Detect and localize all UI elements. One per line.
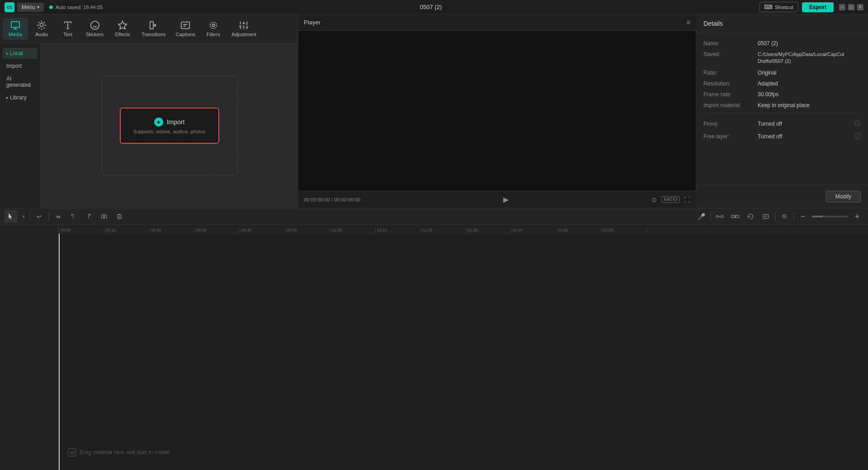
player-header: Player ≡	[298, 14, 696, 31]
cursor-icon	[8, 213, 14, 220]
trim-start-icon	[70, 213, 76, 220]
playhead	[59, 234, 60, 470]
sidebar-item-local[interactable]: ▸ Local	[3, 48, 38, 59]
tl-separator-4	[775, 212, 775, 221]
transitions-label: Transitions	[142, 32, 165, 37]
toolbar-item-filters[interactable]: Filters	[201, 18, 226, 40]
audio-link-btn[interactable]	[713, 210, 726, 223]
library-label: Library	[10, 94, 27, 101]
zoom-slider[interactable]	[812, 216, 848, 217]
close-button[interactable]: ×	[857, 4, 863, 10]
import-button[interactable]: + Import Supports: videos, audios, photo…	[120, 108, 219, 144]
cursor-dropdown-btn[interactable]: ▾	[20, 210, 27, 223]
captions-label: Captions	[176, 32, 195, 37]
video-link-btn[interactable]	[729, 210, 741, 223]
trim-end-btn[interactable]	[82, 210, 95, 223]
details-divider	[703, 113, 861, 113]
shortcut-button[interactable]: ⌨ Shortcut	[759, 2, 798, 12]
svg-point-15	[210, 22, 217, 29]
title-bar: CC Menu ▾ Auto saved: 18:44:05 0507 (2) …	[0, 0, 868, 14]
filters-icon	[208, 20, 218, 30]
mic-btn[interactable]: 🎤	[695, 210, 708, 223]
modify-button[interactable]: Modify	[826, 191, 861, 202]
split-btn[interactable]	[98, 210, 110, 223]
ai-generated-label: AI generated	[6, 75, 34, 88]
auto-saved-dot	[49, 5, 53, 9]
menu-arrow-icon: ▾	[37, 5, 39, 9]
menu-button[interactable]: Menu ▾	[17, 3, 44, 12]
ruler-mark-1: 00:10	[104, 228, 149, 233]
drop-zone-outer: + Import Supports: videos, audios, photo…	[102, 76, 237, 175]
ruler-mark-2: 00:20	[149, 228, 194, 233]
toolbar-item-stickers[interactable]: Stickers	[81, 18, 108, 40]
toolbar-item-effects[interactable]: Effects	[109, 18, 136, 40]
player-play-button[interactable]: ▶	[503, 195, 509, 204]
svg-rect-30	[716, 216, 719, 217]
toolbar-item-transitions[interactable]: Transitions	[137, 18, 170, 40]
timeline-scroll-area[interactable]: 00:00 00:10 00:20 00:30 00:40 00:50 01:0…	[59, 225, 868, 470]
player-section: Player ≡ 00:00:00:00 / 00:00:00:00 ▶ ⊙ R…	[298, 14, 696, 208]
ratio-label[interactable]: RATIO	[661, 196, 679, 203]
detail-label-ratio: Ratio:	[703, 70, 758, 76]
detail-label-proxy: Proxy:	[703, 121, 758, 127]
media-icon	[10, 20, 20, 30]
player-title: Player	[304, 19, 321, 26]
sidebar-local-label: Local	[10, 50, 23, 56]
fullscreen-icon[interactable]: ⛶	[684, 196, 690, 203]
maximize-button[interactable]: □	[848, 4, 854, 10]
zoom-out-btn[interactable]: −	[797, 210, 809, 223]
ruler-mark-12: 02:00	[601, 228, 646, 233]
captions-tl-btn[interactable]	[760, 210, 772, 223]
transitions-icon	[149, 20, 159, 30]
rewind-start-btn[interactable]: ⏮	[52, 210, 64, 223]
zoom-in-btn[interactable]: +	[851, 210, 863, 223]
media-drop-area: + Import Supports: videos, audios, photo…	[41, 43, 298, 208]
minimize-button[interactable]: −	[839, 4, 845, 10]
detail-value-free-layer: Turned off	[758, 133, 854, 140]
player-menu-icon[interactable]: ≡	[686, 19, 690, 27]
free-layer-info-icon[interactable]: ⓘ	[854, 132, 861, 141]
sidebar-item-ai-generated[interactable]: AI generated	[3, 73, 38, 90]
detail-label-import-material: Import material:	[703, 102, 758, 108]
import-plus-icon: +	[154, 118, 163, 127]
svg-point-14	[212, 24, 215, 27]
import-sub-text: Supports: videos, audios, photos	[133, 129, 206, 134]
player-canvas	[298, 31, 696, 191]
loop-btn[interactable]	[744, 210, 757, 223]
stickers-icon	[90, 20, 100, 30]
export-button[interactable]: Export	[802, 2, 834, 12]
left-section: Media Audio Text	[0, 14, 298, 208]
delete-btn[interactable]	[113, 210, 126, 223]
trim-start-btn[interactable]	[67, 210, 80, 223]
auto-saved-text: Auto saved: 18:44:05	[56, 5, 103, 10]
auto-saved-indicator: Auto saved: 18:44:05	[49, 5, 103, 10]
toolbar-item-captions[interactable]: Captions	[171, 18, 200, 40]
ruler-mark-8: 01:20	[420, 228, 466, 233]
cursor-tool-btn[interactable]	[5, 210, 17, 223]
proxy-info-icon[interactable]: ⓘ	[854, 120, 861, 128]
project-title: 0507 (2)	[103, 4, 759, 10]
timeline-body: 00:00 00:10 00:20 00:30 00:40 00:50 01:0…	[0, 225, 868, 470]
details-content: Name: 0507 (2) Saved: C:/Users/MyPC/AppD…	[696, 33, 868, 185]
svg-marker-9	[118, 21, 127, 29]
toolbar-item-media[interactable]: Media	[3, 18, 28, 40]
audio-label: Audio	[35, 32, 48, 37]
toolbar-item-adjustment[interactable]: Adjustment	[227, 18, 261, 40]
snapshot-icon[interactable]: ⊙	[651, 196, 657, 203]
delete-icon	[116, 213, 123, 220]
sidebar-item-library[interactable]: ▸ Library	[3, 92, 38, 103]
sidebar-item-import[interactable]: Import	[3, 61, 38, 71]
undo-btn[interactable]: ↩	[33, 210, 46, 223]
filters-label: Filters	[207, 32, 220, 37]
settings-tl-btn[interactable]: ⚙	[778, 210, 791, 223]
tl-separator-3	[710, 212, 711, 221]
detail-row-resolution: Resolution: Adapted	[703, 80, 861, 87]
text-icon	[63, 20, 73, 30]
detail-row-proxy: Proxy: Turned off ⓘ	[703, 120, 861, 128]
stickers-label: Stickers	[86, 32, 104, 37]
toolbar-item-audio[interactable]: Audio	[29, 18, 54, 40]
svg-rect-34	[736, 215, 739, 217]
adjustment-icon	[239, 20, 249, 30]
toolbar-item-text[interactable]: Text	[55, 18, 80, 40]
details-panel: Details Name: 0507 (2) Saved: C:/Users/M…	[696, 14, 868, 208]
